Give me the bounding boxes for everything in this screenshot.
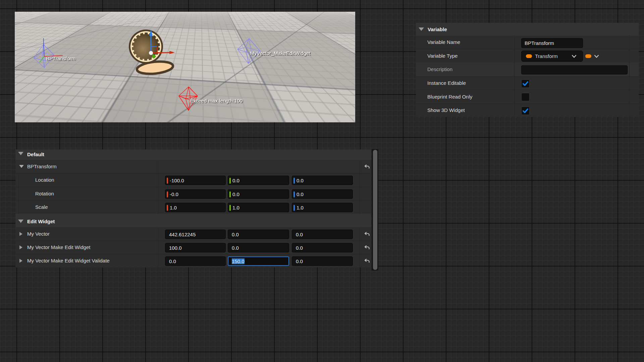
svg-text:Exceed max length:100: Exceed max length:100 [190,98,243,104]
svg-text:BPTransform: BPTransform [46,56,76,61]
svg-text:MyVector_MakeEditWidget: MyVector_MakeEditWidget [250,50,311,56]
